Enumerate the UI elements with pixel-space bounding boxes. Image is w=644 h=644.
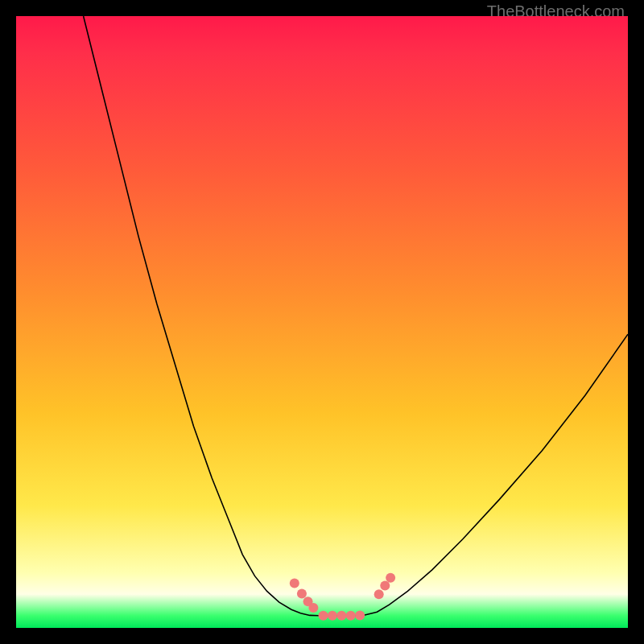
marker-left-marker-4: [308, 603, 318, 613]
marker-right-marker-3: [386, 573, 395, 583]
marker-bottom-marker-4: [346, 611, 356, 621]
chart-frame: TheBottleneck.com: [0, 0, 644, 644]
marker-right-marker-2: [380, 581, 390, 591]
marker-bottom-marker-2: [328, 611, 337, 621]
marker-layer: [290, 573, 395, 621]
plot-area: [16, 16, 628, 628]
series-right-curve: [356, 334, 628, 616]
marker-bottom-marker-1: [319, 611, 328, 621]
series-left-curve: [84, 16, 320, 616]
marker-right-marker-1: [374, 589, 384, 599]
marker-bottom-marker-5: [355, 610, 365, 620]
marker-bottom-marker-3: [336, 611, 346, 621]
curve-layer: [84, 16, 628, 616]
chart-svg: [16, 16, 628, 628]
marker-left-marker-1: [290, 579, 299, 588]
marker-left-marker-2: [297, 588, 307, 598]
